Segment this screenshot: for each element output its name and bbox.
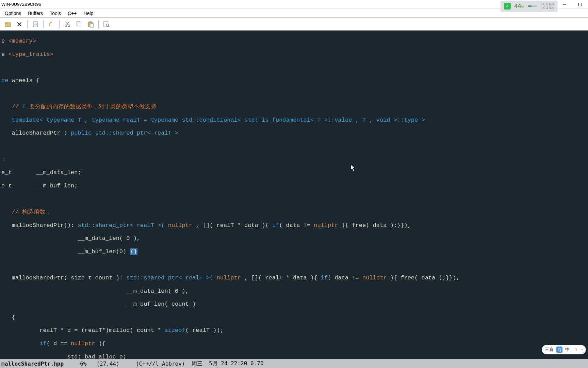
status-mode: (C++//l Abbrev)	[136, 361, 185, 367]
ime-lang: 中	[565, 347, 570, 353]
ime-indicator[interactable]: 三倉 Q 中 ☽ •	[542, 345, 586, 354]
separator	[27, 20, 28, 28]
net-speed: 0.0 K/s 0.4 K/s	[541, 2, 554, 10]
maximize-button[interactable]	[572, 0, 588, 9]
separator	[59, 20, 60, 28]
open-file-button[interactable]	[3, 19, 13, 29]
search-button[interactable]	[101, 19, 112, 29]
minimize-button[interactable]	[557, 0, 572, 9]
svg-rect-17	[90, 24, 93, 27]
svg-rect-18	[104, 21, 108, 27]
svg-rect-8	[34, 24, 37, 26]
menu-options[interactable]: Options	[1, 10, 24, 17]
separator	[43, 20, 44, 28]
close-button[interactable]	[14, 19, 24, 29]
svg-rect-7	[34, 21, 37, 23]
separator	[98, 20, 99, 28]
copy-button[interactable]	[74, 19, 84, 29]
ime-search-icon: Q	[556, 347, 562, 353]
code-editor[interactable]: e <memory> e <type_traits> ce wheels { /…	[0, 31, 588, 359]
svg-rect-14	[78, 23, 81, 27]
menu-help[interactable]: Help	[80, 10, 97, 17]
status-percent: 6%	[80, 361, 86, 367]
window-controls	[557, 0, 588, 9]
titlebar: WIN-0U972B9CR96	[0, 0, 588, 9]
paste-button[interactable]	[85, 19, 96, 29]
status-position: (27,44)	[96, 361, 119, 367]
toolbar	[0, 18, 588, 31]
status-datetime: 周三 5月 24 22:20 0.70	[192, 360, 264, 367]
cursor-highlight: {}	[130, 248, 137, 255]
progress-bar	[528, 5, 537, 7]
ime-text: 三倉	[545, 347, 554, 353]
ime-dots-icon: •	[581, 347, 583, 352]
battery-percent: 44%	[514, 3, 524, 10]
svg-rect-3	[5, 22, 7, 23]
svg-line-20	[109, 26, 110, 27]
menu-cpp[interactable]: C++	[64, 10, 80, 17]
window-title: WIN-0U972B9CR96	[1, 2, 41, 7]
moon-icon: ☽	[572, 347, 578, 353]
menu-tools[interactable]: Tools	[46, 10, 64, 17]
system-monitor[interactable]: ✓ 44% 0.0 K/s 0.4 K/s	[501, 1, 557, 12]
shield-icon: ✓	[504, 3, 511, 10]
menu-bar: Options Buffers Tools C++ Help	[0, 9, 588, 18]
cut-button[interactable]	[62, 19, 72, 29]
undo-button[interactable]	[46, 19, 56, 29]
svg-rect-16	[89, 21, 92, 22]
status-filename: mallocSharedPtr.hpp	[1, 361, 64, 367]
status-bar: mallocSharedPtr.hpp 6% (27,44) (C++//l A…	[0, 359, 588, 368]
save-button[interactable]	[30, 19, 40, 29]
menu-buffers[interactable]: Buffers	[24, 10, 46, 17]
svg-rect-1	[579, 3, 582, 6]
